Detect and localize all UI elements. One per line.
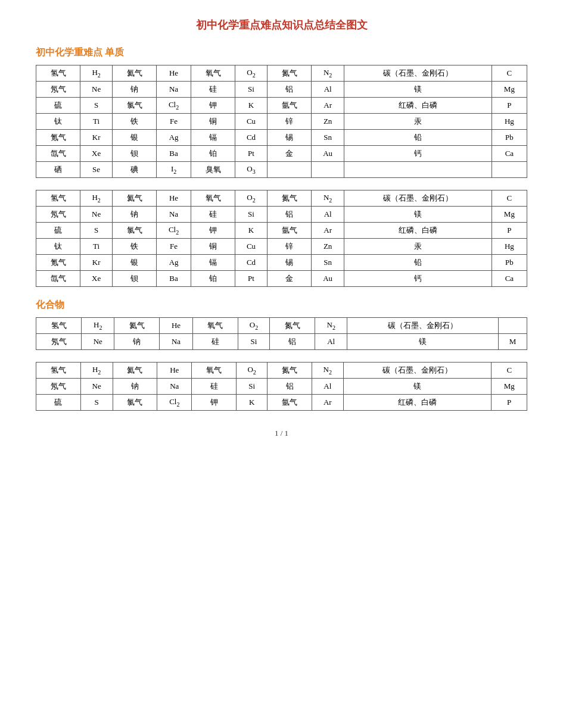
table-row: 硒 Se 碘 I2 臭氧 O3 [36,162,527,178]
cell wide: 碳（石墨、金刚石） [343,363,492,379]
cell: M [498,334,527,350]
cell: 钾 [192,395,237,411]
cell: Xe [80,271,113,287]
cell: 氪气 [36,130,80,146]
cell: 金 [267,146,311,162]
cell: 银 [112,130,156,146]
table-row: 氖气 Ne 钠 Na 硅 Si 铝 Al 镁 M [36,334,527,350]
table-row: 氪气 Kr 银 Ag 镉 Cd 锡 Sn 铅 Pb [36,255,527,271]
cell: Cl2 [157,98,191,114]
cell: K [235,223,267,239]
cell [498,318,527,334]
cell: K [236,395,267,411]
cell: Zn [312,114,344,130]
cell: P [492,223,527,239]
cell: 镁 [347,334,498,350]
cell: Si [235,82,267,98]
cell: Si [236,379,267,395]
cell: Ti [80,114,113,130]
cell: Na [157,379,192,395]
table-row: 氢气 H2 氦气 He 氧气 O2 氮气 N2 碳（石墨、金刚石） C [36,65,527,82]
cell: 钾 [191,98,235,114]
table-row: 氢气 H2 氦气 He 氧气 O2 氮气 N2 碳（石墨、金刚石） C [36,190,527,207]
cell: 氢气 [36,190,80,207]
cell: C [492,65,527,82]
cell: 氩气 [267,223,311,239]
table1: 氢气 H2 氦气 He 氧气 O2 氮气 N2 碳（石墨、金刚石） C 氖气 N… [36,65,527,178]
cell: 氦气 [113,363,157,379]
cell: 镁 [343,379,492,395]
cell: He [157,65,191,82]
cell: Ca [492,271,527,287]
cell wide: 碳（石墨、金刚石） [347,318,498,334]
cell: 锡 [267,130,311,146]
cell: 铂 [191,146,235,162]
cell: 钡 [112,271,156,287]
cell: 铝 [267,82,311,98]
cell: 氪气 [36,255,80,271]
cell: 氧气 [191,65,235,82]
table-row: 氢气 H2 氦气 He 氧气 O2 氮气 N2 碳（石墨、金刚石） C [36,363,527,379]
cell: 氖气 [36,334,82,350]
cell: 氩气 [267,98,311,114]
cell: Kr [80,130,113,146]
cell: Hg [492,239,527,255]
cell: Au [312,146,344,162]
cell: 氯气 [112,98,156,114]
cell: 银 [112,255,156,271]
cell: 镁 [344,82,492,98]
cell: He [160,318,192,334]
cell: 红磷、白磷 [344,223,492,239]
table2: 氢气 H2 氦气 He 氧气 O2 氮气 N2 碳（石墨、金刚石） C 氖气 N… [36,190,527,287]
section2-title: 化合物 [36,299,527,311]
cell: Al [312,207,344,223]
cell: Se [80,162,113,178]
cell: 红磷、白磷 [344,98,492,114]
cell: 铝 [270,334,315,350]
cell: 氢气 [36,65,80,82]
cell: Pb [492,255,527,271]
cell: 金 [267,271,311,287]
table-row: 钛 Ti 铁 Fe 铜 Cu 锌 Zn 汞 Hg [36,239,527,255]
cell: 钾 [191,223,235,239]
cell: 钙 [344,271,492,287]
cell: 氩气 [267,395,312,411]
cell: 氙气 [36,271,80,287]
cell [344,162,492,178]
cell: 硫 [36,223,80,239]
cell: H2 [80,65,113,82]
cell: 氖气 [36,82,80,98]
table-row: 氖气 Ne 钠 Na 硅 Si 铝 Al 镁 Mg [36,207,527,223]
cell: Ti [80,239,113,255]
cell: Ba [157,271,191,287]
cell: He [157,190,191,207]
cell: 镉 [191,255,235,271]
cell: 钛 [36,114,80,130]
cell: 氦气 [112,65,156,82]
cell: Ag [157,255,191,271]
cell: Sn [312,130,344,146]
cell: 钠 [112,82,156,98]
cell: 氮气 [267,363,312,379]
cell: O3 [235,162,267,178]
cell: Hg [492,114,527,130]
cell: Ar [312,395,343,411]
table-row: 氖气 Ne 钠 Na 硅 Si 铝 Al 镁 Mg [36,379,527,395]
cell: Xe [80,146,113,162]
cell: 铝 [267,379,312,395]
cell: Au [312,271,344,287]
cell: Na [160,334,192,350]
cell [312,162,344,178]
cell: Si [235,207,267,223]
cell: P [492,395,527,411]
cell: 氢气 [36,318,82,334]
cell: 锡 [267,255,311,271]
cell: 铝 [267,207,311,223]
cell [492,162,527,178]
cell: He [157,363,192,379]
cell: 氧气 [191,190,235,207]
table-row: 氙气 Xe 钡 Ba 铂 Pt 金 Au 钙 Ca [36,271,527,287]
cell: 钙 [344,146,492,162]
cell: Cd [235,255,267,271]
section-dandhi: 初中化学重难点 单质 氢气 H2 氦气 He 氧气 O2 氮气 N2 碳（石墨、… [36,46,527,287]
